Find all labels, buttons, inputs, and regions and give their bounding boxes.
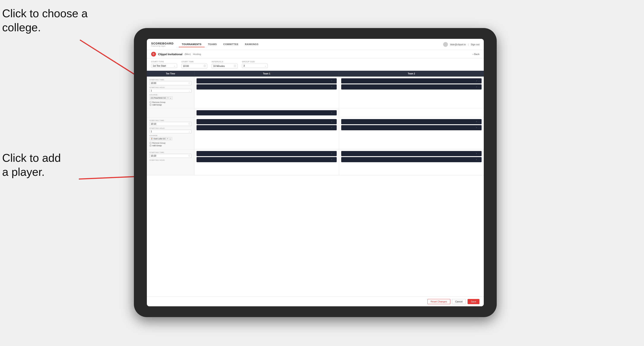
- team2-cell-2: ✕ ⌄ ✕ ⌄: [339, 117, 484, 149]
- tee-row-2: STARTING TIME: 10:10 ⓘ STARTING HOLE: 1 …: [147, 117, 484, 149]
- course-player-actions-1[interactable]: ✕ ⌄: [331, 112, 335, 114]
- tablet-screen: SCOREBOARD Powered by clippd TOURNAMENTS…: [147, 39, 484, 306]
- minus-icon-2: −: [150, 142, 152, 144]
- hole-input-1[interactable]: 1 ⌄: [150, 89, 192, 93]
- player-row-4-2[interactable]: ✕ ⌄: [341, 125, 482, 130]
- course-full-row-1: ✕ ⌄: [147, 108, 484, 117]
- player-actions-4-1[interactable]: ✕ ⌄: [476, 121, 480, 123]
- time-input-1[interactable]: 10:00 ⓘ: [150, 81, 192, 85]
- info-icon: ⓘ: [204, 64, 206, 67]
- save-button[interactable]: Save: [468, 299, 480, 304]
- tablet-device: SCOREBOARD Powered by clippd TOURNAMENTS…: [134, 28, 497, 317]
- th-team1: Team 1: [194, 71, 339, 77]
- time-info-icon-3: ⓘ: [188, 155, 190, 157]
- player-actions-2-2[interactable]: ✕ ⌄: [476, 86, 480, 88]
- player-actions-6-2[interactable]: ✕ ⌄: [476, 159, 480, 161]
- plus-icon-1: +: [150, 104, 152, 106]
- annotation-1: Click to choose a college.: [2, 6, 88, 34]
- team2-cell-1: ✕ ⌄ ✕ ⌄: [339, 77, 484, 108]
- chevron-down-icon-2: ⌄: [264, 65, 266, 67]
- action-links-1: − Remove Group + Add Group: [150, 101, 192, 106]
- remove-course-icon-2[interactable]: ✕: [167, 138, 168, 140]
- player-row-2-2[interactable]: ✕ ⌄: [341, 84, 482, 90]
- th-tee-time: Tee Time: [147, 71, 194, 77]
- remove-group-btn-2[interactable]: − Remove Group: [150, 142, 192, 144]
- player-actions-2-1[interactable]: ✕ ⌄: [476, 80, 480, 82]
- course-tag-2[interactable]: 🏌 East Lake GC ✕ ⌄: [150, 137, 172, 141]
- navbar: SCOREBOARD Powered by clippd TOURNAMENTS…: [147, 39, 484, 50]
- player-row-4-1[interactable]: ✕ ⌄: [341, 119, 482, 124]
- remove-group-btn-1[interactable]: − Remove Group: [150, 101, 192, 104]
- powered-by: Powered by clippd: [151, 45, 174, 47]
- group-size-input[interactable]: 3 ⌄: [242, 64, 268, 68]
- action-links-2: − Remove Group + Add Group: [150, 142, 192, 147]
- time-info-icon-1: ⓘ: [188, 82, 190, 85]
- player-actions-5-2[interactable]: ✕ ⌄: [331, 159, 335, 161]
- annotation-1-line1: Click to choose a: [2, 6, 88, 20]
- schedule-table: Tee Time Team 1 Team 2 STARTING TIME: 10…: [147, 71, 484, 297]
- group-size-group: Group Size 3 ⌄: [242, 61, 268, 68]
- hole-input-2[interactable]: 1 ⌄: [150, 130, 192, 133]
- player-actions-1-2[interactable]: ✕ ⌄: [331, 86, 335, 88]
- scoreboard-logo: SCOREBOARD: [151, 42, 174, 45]
- nav-tournaments[interactable]: TOURNAMENTS: [179, 42, 204, 47]
- player-actions-3-2[interactable]: ✕ ⌄: [331, 127, 335, 129]
- hole-chevron-2: ⌄: [188, 131, 190, 133]
- start-time-group: Start Time 10:00 ⓘ: [182, 61, 207, 68]
- clippd-logo: C: [151, 52, 156, 56]
- player-actions-1-1[interactable]: ✕ ⌄: [331, 80, 335, 82]
- start-type-label: Start Type: [151, 61, 177, 63]
- course-player-1[interactable]: ✕ ⌄: [196, 110, 337, 115]
- player-actions-3-1[interactable]: ✕ ⌄: [331, 121, 335, 123]
- time-input-3[interactable]: 10:20 ⓘ: [150, 154, 192, 158]
- start-type-input[interactable]: 1st Tee Start ⌄: [151, 64, 177, 68]
- hole-chevron-1: ⌄: [188, 90, 190, 92]
- nav-menu: TOURNAMENTS TEAMS COMMITTEE RANKINGS: [179, 42, 443, 47]
- nav-rankings[interactable]: RANKINGS: [242, 42, 262, 47]
- course-tag-1[interactable]: (A) Peachtree GC ✕ ⌄: [150, 96, 173, 100]
- intervals-group: Intervals 10 Minutes ⓘ: [212, 61, 238, 68]
- course-row-1: (A) Peachtree GC ✕ ⌄: [150, 96, 192, 100]
- player-row-6-1[interactable]: ✕ ⌄: [341, 151, 482, 156]
- nav-teams[interactable]: TEAMS: [205, 42, 220, 47]
- subheader: C Clippd Invitational (Men) Hosting ‹ Ba…: [147, 50, 484, 58]
- annotation-2-line1: Click to add: [2, 151, 61, 165]
- reset-changes-button[interactable]: Reset Changes: [428, 299, 450, 304]
- player-row-3-2[interactable]: ✕ ⌄: [196, 125, 337, 130]
- user-avatar: [443, 42, 448, 47]
- intervals-input[interactable]: 10 Minutes ⓘ: [212, 64, 238, 68]
- team2-cell-3: ✕ ⌄ ✕ ⌄: [339, 149, 484, 175]
- player-row-5-2[interactable]: ✕ ⌄: [196, 157, 337, 162]
- player-row-1-2[interactable]: ✕ ⌄: [196, 84, 337, 90]
- nav-committee[interactable]: COMMITTEE: [220, 42, 242, 47]
- add-group-btn-2[interactable]: + Add Group: [150, 144, 192, 147]
- start-time-input[interactable]: 10:00 ⓘ: [182, 64, 207, 68]
- time-input-2[interactable]: 10:10 ⓘ: [150, 122, 192, 126]
- player-row-3-1[interactable]: ✕ ⌄: [196, 119, 337, 124]
- player-actions-5-1[interactable]: ✕ ⌄: [331, 153, 335, 155]
- add-group-btn-1[interactable]: + Add Group: [150, 104, 192, 106]
- tournament-title: Clippd Invitational: [158, 53, 182, 56]
- player-actions-4-2[interactable]: ✕ ⌄: [476, 127, 480, 129]
- player-row-6-2[interactable]: ✕ ⌄: [341, 157, 482, 162]
- annotation-2-line2: a player.: [2, 165, 61, 179]
- annotation-2: Click to add a player.: [2, 151, 61, 179]
- tee-row-3: STARTING TIME: 10:20 ⓘ STARTING HOLE: ✕ …: [147, 149, 484, 175]
- player-actions-6-1[interactable]: ✕ ⌄: [476, 153, 480, 155]
- settings-bar: Start Type 1st Tee Start ⌄ Start Time 10…: [147, 58, 484, 71]
- back-button[interactable]: ‹ Back: [473, 53, 480, 55]
- tee-left-2: STARTING TIME: 10:10 ⓘ STARTING HOLE: 1 …: [147, 117, 194, 149]
- user-email: blair@clippd.io: [450, 43, 466, 46]
- cancel-button[interactable]: Cancel: [452, 299, 466, 304]
- team1-cell-1: ✕ ⌄ ✕ ⌄: [194, 77, 339, 108]
- player-row-2-1[interactable]: ✕ ⌄: [341, 78, 482, 83]
- sign-out-link[interactable]: Sign out: [471, 43, 480, 46]
- remove-course-icon-1[interactable]: ✕: [167, 97, 169, 99]
- course-row-2: 🏌 East Lake GC ✕ ⌄: [150, 137, 192, 141]
- tee-left-3: STARTING TIME: 10:20 ⓘ STARTING HOLE:: [147, 149, 194, 175]
- th-team2: Team 2: [339, 71, 484, 77]
- tee-row-1: STARTING TIME: 10:00 ⓘ STARTING HOLE: 1 …: [147, 77, 484, 117]
- brand: SCOREBOARD Powered by clippd: [151, 42, 174, 47]
- player-row-5-1[interactable]: ✕ ⌄: [196, 151, 337, 156]
- player-row-1-1[interactable]: ✕ ⌄: [196, 78, 337, 83]
